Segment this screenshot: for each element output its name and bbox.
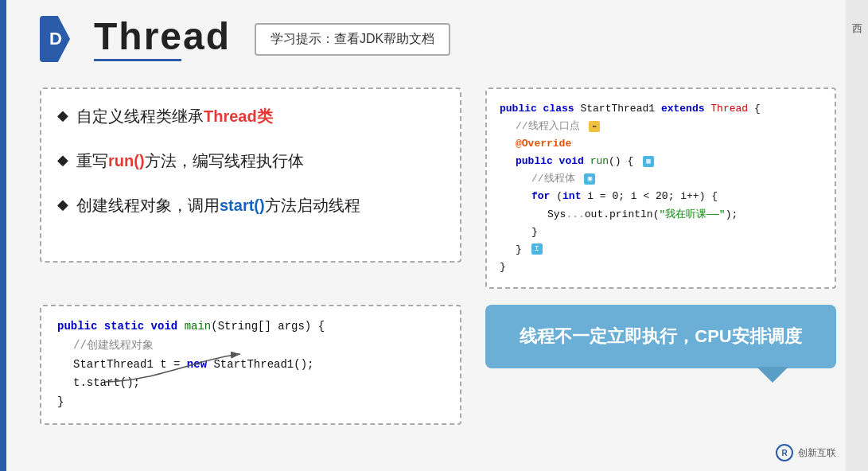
annotation-pencil: ✏ <box>589 121 600 132</box>
watermark-symbol: R <box>781 449 787 457</box>
code-box-top: public class StartThread1 extends Thread… <box>485 88 836 289</box>
right-sidebar-text: 西 <box>850 16 864 18</box>
code-line-7: Sys...out.println("我在听课——"); <box>500 206 822 224</box>
annotation-cursor: ⌶ <box>531 243 543 255</box>
logo-letter: D <box>48 29 62 49</box>
code-line-3: @Override <box>500 135 822 153</box>
watermark-circle: R <box>776 444 793 461</box>
title-block: Thread <box>94 18 231 61</box>
bullet-diamond-1: ◆ <box>57 106 68 126</box>
callout-box: 线程不一定立即执行，CPU安排调度 <box>485 305 836 368</box>
watermark-text: 创新互联 <box>798 446 836 460</box>
bullet-diamond-2: ◆ <box>57 150 68 170</box>
bullet-text-1: 自定义线程类继承Thread类 <box>76 105 273 127</box>
bullet-item-3: ◆ 创建线程对象，调用start()方法启动线程 <box>57 194 441 216</box>
code-box-bottom: public static void main(String[] args) {… <box>40 305 461 425</box>
code-line-2: //线程入口点 ✏ <box>500 118 822 135</box>
logo-shape: D <box>40 16 70 62</box>
bullet-item-2: ◆ 重写run()方法，编写线程执行体 <box>57 150 441 172</box>
bottom-section: public static void main(String[] args) {… <box>40 305 836 425</box>
code-line-4: public void run() { ▦ <box>500 153 822 170</box>
bullet-text-3: 创建线程对象，调用start()方法启动线程 <box>76 194 360 216</box>
hint-box: 学习提示：查看JDK帮助文档 <box>255 23 450 56</box>
annotation-stack: ▦ <box>643 156 654 167</box>
bullets-box: ◆ 自定义线程类继承Thread类 ◆ 重写run()方法，编写线程执行体 ◆ … <box>40 88 461 263</box>
page-title: Thread <box>94 18 231 56</box>
code-line-9: } ⌶ <box>500 241 822 259</box>
bullet-text-2: 重写run()方法，编写线程执行体 <box>76 150 304 172</box>
annotation-box: ▣ <box>584 173 595 185</box>
main-content: ◆ 自定义线程类继承Thread类 ◆ 重写run()方法，编写线程执行体 ◆ … <box>40 88 836 455</box>
code-line-8: } <box>500 224 822 241</box>
code-line-1: public class StartThread1 extends Thread… <box>500 100 822 118</box>
bullet-item-1: ◆ 自定义线程类继承Thread类 <box>57 105 441 127</box>
arrow-to-callout <box>105 350 248 390</box>
title-underline <box>94 59 181 61</box>
highlight-start: start() <box>220 197 265 214</box>
callout-text: 线程不一定立即执行，CPU安排调度 <box>520 325 801 348</box>
bullet-diamond-3: ◆ <box>57 195 68 215</box>
watermark: R 创新互联 <box>776 444 836 461</box>
header: D Thread 学习提示：查看JDK帮助文档 <box>40 16 450 62</box>
right-sidebar: 西 <box>846 0 868 471</box>
code-line-10: } <box>500 259 822 276</box>
highlight-thread: Thread类 <box>204 107 273 125</box>
bottom-code-line-5: } <box>57 393 444 412</box>
bottom-code-line-1: public static void main(String[] args) { <box>57 317 444 337</box>
left-accent-bar <box>0 0 6 471</box>
code-line-5: //线程体 ▣ <box>500 170 822 188</box>
highlight-run: run() <box>108 152 145 169</box>
bottom-code-line-4: t.start(); <box>57 374 444 393</box>
top-section: ◆ 自定义线程类继承Thread类 ◆ 重写run()方法，编写线程执行体 ◆ … <box>40 88 836 289</box>
code-line-6: for (int i = 0; i < 20; i++) { <box>500 188 822 205</box>
